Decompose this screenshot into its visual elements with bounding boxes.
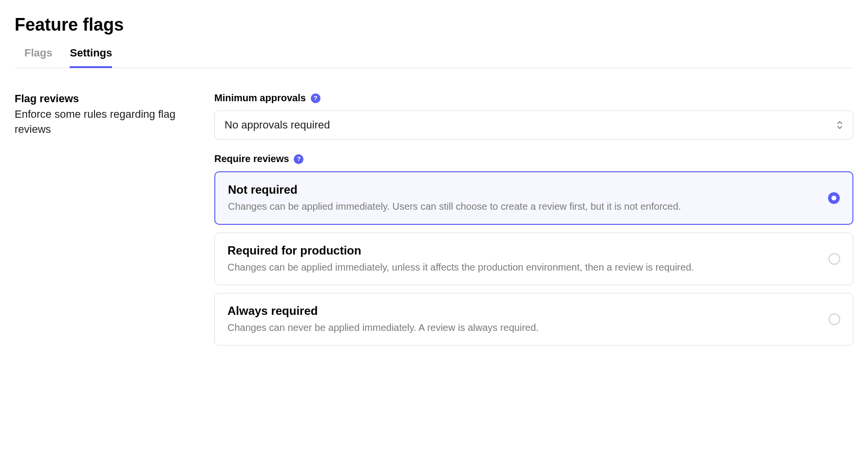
min-approvals-select[interactable]: No approvals required: [214, 110, 853, 140]
radio-option-title: Not required: [228, 183, 818, 197]
field-min-approvals: Minimum approvals ? No approvals require…: [214, 92, 853, 140]
tab-flags[interactable]: Flags: [24, 47, 52, 68]
radio-indicator: [829, 313, 840, 325]
field-require-reviews: Require reviews ? Not required Changes c…: [214, 153, 853, 346]
radio-option-description: Changes can never be applied immediately…: [227, 321, 819, 334]
help-icon[interactable]: ?: [311, 93, 321, 103]
radio-option-title: Required for production: [227, 244, 819, 257]
section-title: Flag reviews: [15, 92, 185, 105]
settings-form: Minimum approvals ? No approvals require…: [214, 92, 853, 359]
require-reviews-label: Require reviews: [214, 153, 289, 164]
radio-option-required-production[interactable]: Required for production Changes can be a…: [214, 233, 853, 285]
section-header: Flag reviews Enforce some rules regardin…: [15, 92, 185, 359]
min-approvals-value: No approvals required: [225, 119, 330, 131]
radio-option-description: Changes can be applied immediately. User…: [228, 200, 818, 213]
radio-indicator: [829, 253, 840, 265]
radio-option-always-required[interactable]: Always required Changes can never be app…: [214, 293, 853, 346]
tabs: Flags Settings: [15, 47, 853, 68]
content: Flag reviews Enforce some rules regardin…: [15, 92, 853, 359]
radio-indicator: [828, 192, 840, 204]
radio-option-not-required[interactable]: Not required Changes can be applied imme…: [214, 171, 853, 225]
help-icon[interactable]: ?: [294, 154, 303, 164]
radio-option-title: Always required: [227, 304, 819, 318]
radio-option-text: Required for production Changes can be a…: [227, 244, 819, 274]
section-description: Enforce some rules regarding flag review…: [15, 107, 185, 137]
field-label-row: Minimum approvals ?: [214, 92, 853, 104]
radio-group: Not required Changes can be applied imme…: [214, 171, 853, 346]
field-label-row: Require reviews ?: [214, 153, 853, 164]
radio-option-text: Not required Changes can be applied imme…: [228, 183, 818, 213]
tab-settings[interactable]: Settings: [70, 47, 112, 68]
min-approvals-label: Minimum approvals: [214, 92, 306, 104]
radio-option-text: Always required Changes can never be app…: [227, 304, 819, 334]
page-title: Feature flags: [15, 15, 853, 35]
radio-option-description: Changes can be applied immediately, unle…: [227, 260, 819, 274]
chevron-up-down-icon: [836, 121, 843, 129]
